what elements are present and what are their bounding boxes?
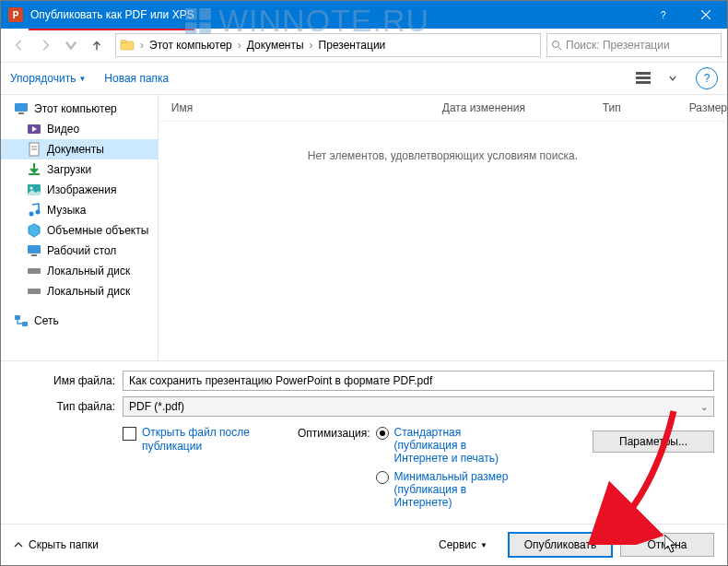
sidebar-item-music[interactable]: Музыка [1,200,158,220]
sidebar-item-videos[interactable]: Видео [1,119,158,139]
chevron-right-icon: › [138,39,146,52]
sidebar-item-documents[interactable]: Документы [1,139,158,159]
powerpoint-icon: P [8,7,23,22]
sidebar-item-disk-c[interactable]: Локальный диск [1,261,158,281]
svg-rect-26 [15,315,20,320]
chevron-down-icon: ▼ [480,541,487,549]
svg-line-6 [558,47,561,50]
sidebar-item-desktop[interactable]: Рабочий стол [1,241,158,261]
svg-point-18 [29,212,34,217]
radio-checked-icon [376,427,389,440]
column-date[interactable]: Дата изменения [429,101,590,114]
svg-rect-10 [15,103,28,112]
new-folder-button[interactable]: Новая папка [104,72,169,85]
optimization-standard-radio[interactable]: Стандартная (публикация в Интернете и пе… [376,426,523,465]
navigation-bar: › Этот компьютер › Документы › Презентац… [1,29,727,63]
back-button[interactable] [6,32,32,58]
svg-rect-9 [636,81,651,84]
address-bar[interactable]: › Этот компьютер › Документы › Презентац… [115,33,541,57]
sidebar-item-downloads[interactable]: Загрузки [1,159,158,180]
view-mode-button[interactable] [629,65,657,92]
optimization-label: Оптимизация: [298,426,370,514]
annotation-underline [29,29,194,30]
service-button[interactable]: Сервис▼ [439,538,487,551]
svg-rect-8 [636,77,651,79]
up-button[interactable] [84,32,110,58]
hide-folders-button[interactable]: Скрыть папки [14,538,99,551]
toolbar: Упорядочить▼ Новая папка ? [1,63,727,95]
svg-point-25 [37,290,39,292]
folder-icon [120,38,135,53]
breadcrumb-item[interactable]: Документы [243,39,308,52]
file-list: Имя Дата изменения Тип Размер Нет элемен… [159,95,727,360]
sidebar-item-this-pc[interactable]: Этот компьютер [1,99,158,119]
column-headers: Имя Дата изменения Тип Размер [159,95,727,122]
publish-button[interactable]: Опубликовать [508,532,613,558]
cancel-button[interactable]: Отмена [620,533,714,557]
chevron-down-icon: ⌄ [700,402,708,412]
filename-label: Имя файла: [14,374,123,387]
chevron-up-icon [14,540,23,549]
svg-point-23 [37,270,39,272]
empty-message: Нет элементов, удовлетворяющих условиям … [159,122,727,360]
forward-button[interactable] [32,32,58,58]
chevron-down-icon: ▼ [78,75,86,83]
chevron-right-icon: › [308,39,315,52]
breadcrumb-item[interactable]: Презентации [315,39,390,52]
column-size[interactable]: Размер [676,101,727,114]
column-name[interactable]: Имя [159,101,429,114]
sidebar-item-disk-d[interactable]: Локальный диск [1,281,158,301]
optimization-minimum-radio[interactable]: Минимальный размер (публикация в Интерне… [376,470,523,509]
sidebar-item-3d[interactable]: Объемные объекты [1,220,158,241]
organize-button[interactable]: Упорядочить▼ [10,72,86,85]
column-type[interactable]: Тип [590,101,676,114]
sidebar-item-pictures[interactable]: Изображения [1,180,158,200]
svg-point-5 [553,41,559,48]
save-dialog-window: P Опубликовать как PDF или XPS ? › Этот … [0,0,728,566]
recent-dropdown[interactable] [58,32,84,58]
svg-text:?: ? [661,10,666,19]
checkbox-icon [123,427,136,441]
parameters-button[interactable]: Параметры... [593,430,714,453]
svg-point-17 [30,187,33,190]
sidebar-item-network[interactable]: Сеть [1,311,158,331]
filetype-combo[interactable]: PDF (*.pdf)⌄ [123,396,714,417]
titlebar: P Опубликовать как PDF или XPS ? [1,1,727,29]
breadcrumb-item[interactable]: Этот компьютер [146,39,236,52]
svg-point-19 [36,210,41,215]
svg-rect-20 [28,245,41,254]
svg-rect-27 [22,322,28,326]
open-after-checkbox[interactable]: Открыть файл после публикации [123,426,298,514]
search-input[interactable]: Поиск: Презентации [546,33,722,57]
view-dropdown[interactable] [659,65,687,92]
help-button[interactable]: ? [696,67,718,89]
close-button[interactable] [685,1,727,29]
svg-rect-11 [18,112,24,114]
filetype-label: Тип файла: [14,400,123,413]
help-titlebar-button[interactable]: ? [642,1,685,29]
svg-rect-4 [121,41,126,43]
footer: Скрыть папки Сервис▼ Опубликовать Отмена [1,524,727,565]
sidebar: Этот компьютер Видео Документы Загрузки … [1,95,159,360]
window-title: Опубликовать как PDF или XPS [30,8,642,21]
radio-icon [376,471,389,484]
svg-rect-21 [31,254,37,256]
search-icon [551,40,562,51]
filename-input[interactable] [123,371,714,391]
chevron-right-icon: › [236,39,243,52]
svg-rect-7 [636,72,651,75]
